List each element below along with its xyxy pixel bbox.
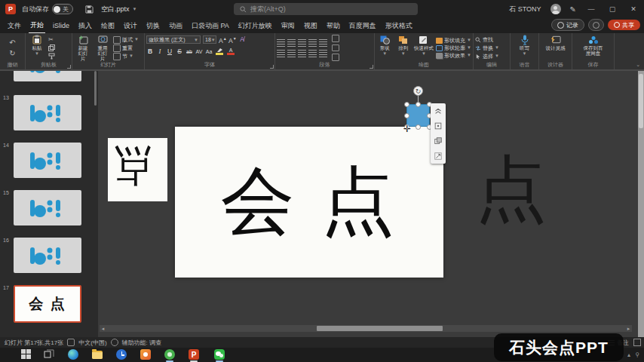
select-button[interactable]: 选择▼ [475,53,499,60]
clock-app-icon[interactable] [116,349,127,360]
quick-styles-button[interactable]: 快速样式 ▼ [413,35,434,61]
language-status[interactable]: 中文(中国) [78,339,106,347]
replace-button[interactable]: 替换▼ [475,44,499,51]
line-spacing-icon[interactable] [319,39,327,47]
sidebar-scrollbar[interactable] [94,71,97,106]
slide-thumbnail-14[interactable] [14,143,81,178]
orange-app-icon[interactable] [140,349,152,360]
change-case-button[interactable]: Aa [205,48,213,56]
tab-view[interactable]: 视图 [302,19,319,33]
undo-icon[interactable]: ↶ [9,39,15,47]
offslide-white-box[interactable]: 点 [108,138,167,201]
underline-button[interactable]: U [166,48,173,56]
current-slide[interactable]: 会 点 [175,127,443,278]
horizontal-scrollbar[interactable]: ◂ ▸ [100,325,632,332]
shapes-button[interactable]: 形状 ▼ [376,35,393,61]
strike-ab-button[interactable]: ab [186,48,193,56]
user-name[interactable]: 石 STONY [509,5,541,14]
layers-icon[interactable] [434,137,443,146]
cut-icon[interactable]: ✂ [48,36,55,43]
strikethrough-button[interactable]: S [176,48,183,56]
horizontal-scroll-thumb[interactable] [317,326,443,331]
restore-button[interactable]: ▢ [606,5,618,13]
save-to-baidu-button[interactable]: 保存到百度网盘 [583,35,604,61]
close-button[interactable]: ✕ [627,5,639,13]
fit-to-window-icon[interactable] [633,339,641,346]
tab-insert[interactable]: 插入 [77,19,94,33]
document-title[interactable]: 空白.pptx ▼ [101,5,136,14]
align-left-icon[interactable] [277,50,285,57]
floating-toolbar[interactable] [431,103,446,164]
new-slide-button[interactable]: 新建幻灯片 [74,35,92,61]
presenter-icon-button[interactable] [588,19,604,31]
arrange-button[interactable]: 排列 ▼ [394,35,411,61]
shape-fill-button[interactable]: 形状填充▼ [436,37,471,44]
slide-text[interactable]: 会 点 [220,152,397,252]
font-name-select[interactable]: 微软雅黑 (正文)▼ [146,35,201,44]
accessibility-status[interactable]: 辅助功能: 调查 [122,339,161,347]
font-color-button[interactable]: A [226,48,235,55]
dictate-button[interactable]: 听写 ▼ [520,35,530,61]
powerpoint-taskbar-icon[interactable]: P [189,349,200,360]
tab-review[interactable]: 审阅 [280,19,296,33]
scroll-left-icon[interactable]: ◂ [100,326,106,332]
slide-thumbnail-panel[interactable]: 13 14 15 16 17 会 点 [0,71,98,337]
section-button[interactable]: 节▼ [113,53,139,60]
smartart-convert-icon[interactable] [332,54,339,61]
numbering-icon[interactable] [287,39,296,47]
shape-outline-button[interactable]: 形状轮廓▼ [436,44,471,51]
tab-baidu-netdisk[interactable]: 百度网盘 [348,19,378,33]
clear-format-icon[interactable]: A̸ [238,35,246,44]
tab-pocket-animation[interactable]: 口袋动画 PA [190,19,231,33]
resize-handle-s[interactable] [416,124,421,130]
increase-indent-icon[interactable] [308,39,317,47]
autosave-toggle[interactable]: 关 [52,4,73,14]
scroll-right-icon[interactable]: ▸ [625,326,632,332]
columns-icon[interactable] [319,50,327,57]
tab-help[interactable]: 帮助 [325,19,342,33]
reuse-slide-button[interactable]: 重用幻灯片 [94,35,112,61]
snap-target-icon[interactable] [434,121,443,130]
slide-editing-canvas[interactable]: 点 会 点 点 ↻ ✛ ◂ ▸ [98,71,638,337]
tab-file[interactable]: 文件 [6,19,23,33]
format-painter-icon[interactable] [48,53,55,60]
tab-shape-format[interactable]: 形状格式 [384,19,414,33]
italic-button[interactable]: I [156,48,164,56]
tab-slideshow[interactable]: 幻灯片放映 [237,19,274,33]
layout-button[interactable]: 版式▼ [113,36,139,44]
text-direction-icon[interactable] [332,35,339,42]
edit-pencil-icon[interactable]: ✎ [570,5,576,14]
powerpoint-app-icon[interactable]: P [5,4,16,14]
slide-thumbnail-17-selected[interactable]: 会 点 [14,285,81,323]
tray-icon[interactable]: ⚲ [635,351,639,358]
shrink-font-button[interactable]: A▼ [228,35,236,45]
vertical-scrollbar[interactable] [638,71,644,337]
highlight-color-button[interactable] [215,48,224,55]
grow-font-button[interactable]: A▲ [219,35,226,45]
minimize-button[interactable]: — [585,5,597,13]
bold-button[interactable]: B [146,48,154,56]
shape-effects-button[interactable]: 形状效果▼ [436,52,471,59]
tab-home[interactable]: 开始 [29,18,45,34]
search-input[interactable]: 搜索(Alt+Q) [234,3,418,15]
align-right-icon[interactable] [298,50,306,57]
redo-icon[interactable]: ↻ [9,50,15,57]
reset-button[interactable]: 重置 [113,44,139,52]
slide-thumbnail-partial[interactable] [14,71,81,81]
design-ideas-button[interactable]: 设计灵感 [545,35,566,61]
paste-button[interactable]: 粘贴 ▼ [27,35,47,61]
offslide-character[interactable]: 点 [475,151,547,226]
task-view-icon[interactable] [44,349,55,360]
start-button-icon[interactable] [21,349,32,360]
rotation-handle-icon[interactable]: ↻ [413,86,423,96]
edge-browser-icon[interactable] [68,349,79,360]
align-center-icon[interactable] [287,50,296,57]
slide-thumbnail-16[interactable] [14,238,81,273]
save-icon[interactable] [85,5,94,14]
resize-handle-n[interactable] [416,102,421,107]
collapse-icon[interactable] [434,106,443,115]
resize-handle-w[interactable] [404,113,409,118]
decrease-indent-icon[interactable] [298,39,306,47]
user-avatar[interactable] [550,4,561,14]
align-text-icon[interactable] [332,44,339,52]
